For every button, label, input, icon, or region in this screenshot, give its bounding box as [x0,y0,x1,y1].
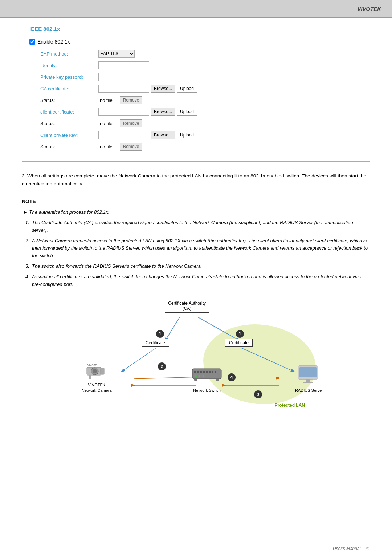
svg-rect-20 [209,371,211,373]
svg-line-3 [241,348,294,372]
svg-rect-11 [101,368,104,374]
client-remove-button[interactable]: Remove [120,119,143,127]
svg-line-2 [122,348,156,372]
cert-right: Certificate [225,339,253,347]
switch-svg [191,365,223,385]
svg-line-4 [134,377,196,379]
note-num-4: 4. [25,273,32,281]
page-footer: User's Manual – 41 [0,543,392,554]
identity-input[interactable] [98,61,149,69]
note-num-3: 3. [25,263,32,270]
switch-device: Network Switch [191,365,223,393]
client-private-remove-button[interactable]: Remove [120,143,143,151]
ca-label2: (CA) [183,306,192,311]
ca-cert-label: CA certificate: [40,86,98,91]
svg-rect-17 [200,371,202,373]
note-bullet-text: ► The authentication process for 802.1x: [23,209,110,216]
cert-left-box: Certificate [142,339,169,347]
svg-rect-27 [216,379,219,381]
client-status-label: Status: [40,121,98,126]
svg-point-25 [203,375,204,377]
ieee-title: IEEE 802.1x [27,26,62,32]
identity-label: Identity: [40,63,98,68]
step3-text: 3. When all settings are complete, move … [22,172,370,188]
client-private-file-input[interactable] [98,131,149,139]
svg-point-10 [93,369,97,373]
protected-lan-label: Protected LAN [275,403,305,408]
diagram: Certificate Authority (CA) 1 1 Certifica… [58,295,334,415]
network-switch-label: Network Switch [191,388,223,393]
client-private-label: Client private key: [40,132,98,138]
client-status-row: Status: no file Remove [40,119,357,127]
note-item-1: 1. The Certificate Authority (CA) provid… [25,219,370,234]
camera-device: VIVOTEK VIVOTEK Network Camera [82,362,112,394]
cert-left: Certificate [142,339,169,347]
footer-text: User's Manual – 41 [333,546,370,551]
diagram-svg [58,295,334,415]
eap-method-label: EAP method: [40,51,98,57]
camera-svg: VIVOTEK [83,362,110,379]
ca-status-value: no file [100,98,113,103]
note-text-2: A Network Camera requests access to the … [32,237,370,260]
svg-line-1 [198,317,240,341]
client-private-row: Client private key: Browse... Upload [40,131,357,139]
note-text-1: The Certificate Authority (CA) provides … [32,219,370,234]
svg-rect-12 [89,375,91,379]
brand-logo: VIVOTEK [357,6,381,12]
client-status-value: no file [100,121,113,126]
ieee-box: IEEE 802.1x Enable 802.1x EAP method: EA… [22,29,370,162]
ca-browse-button[interactable]: Browse... [151,85,175,93]
ca-upload-button[interactable]: Upload [177,85,197,93]
private-key-input[interactable] [98,73,149,81]
ca-remove-button[interactable]: Remove [120,96,143,104]
ca-status-label: Status: [40,98,98,103]
svg-rect-15 [194,371,196,373]
note-text-3: The switch also forwards the RADIUS Serv… [32,263,202,270]
note-title: NOTE [22,198,370,204]
note-num-1: 1. [25,219,32,227]
diagram-container: Certificate Authority (CA) 1 1 Certifica… [22,295,370,415]
client-private-status-value: no file [100,144,113,149]
svg-rect-31 [303,382,313,383]
client-cert-file-input[interactable] [98,108,149,116]
svg-rect-26 [194,379,197,381]
client-private-status-row: Status: no file Remove [40,143,357,151]
note-item-3: 3. The switch also forwards the RADIUS S… [25,263,370,270]
eap-method-row: EAP method: EAP-TLS EAP-PEAP [40,50,357,58]
svg-rect-18 [203,371,205,373]
note-item-4: 4. Assuming all certificates are validat… [25,273,370,288]
enable-label: Enable 802.1x [37,39,70,45]
client-private-browse-button[interactable]: Browse... [151,131,175,139]
eap-method-select[interactable]: EAP-TLS EAP-PEAP [98,50,135,58]
note-bullet: ► The authentication process for 802.1x: [22,209,370,216]
private-key-label: Private key passord: [40,74,98,80]
note-item-2: 2. A Network Camera requests access to t… [25,237,370,260]
note-text-4: Assuming all certificates are validated,… [32,273,370,288]
svg-rect-30 [306,379,310,382]
svg-text:VIVOTEK: VIVOTEK [87,364,99,366]
svg-point-23 [195,375,197,377]
client-private-status-label: Status: [40,144,98,149]
enable-checkbox[interactable] [29,39,35,45]
note-section: NOTE ► The authentication process for 80… [22,198,370,288]
client-private-upload-button[interactable]: Upload [177,131,197,139]
client-upload-button[interactable]: Upload [177,108,197,116]
enable-row: Enable 802.1x [29,39,363,45]
note-num-2: 2. [25,237,32,245]
svg-rect-21 [212,371,213,373]
ca-rect: Certificate Authority (CA) [165,299,209,313]
svg-rect-14 [192,369,221,379]
client-browse-button[interactable]: Browse... [151,108,175,116]
vivotek-label: VIVOTEK Network Camera [82,382,112,394]
private-key-row: Private key passord: [40,73,357,81]
ca-cert-file-input[interactable] [98,85,149,93]
radius-label: RADIUS Server [295,388,323,393]
ca-cert-row: CA certificate: Browse... Upload [40,85,357,93]
ca-box: Certificate Authority (CA) [163,299,211,313]
svg-rect-16 [197,371,199,373]
radius-svg [296,365,322,385]
ca-label: Certificate Authority [168,301,206,306]
svg-rect-29 [299,367,317,377]
client-cert-label: client certificate: [40,109,98,115]
svg-rect-22 [215,371,216,373]
